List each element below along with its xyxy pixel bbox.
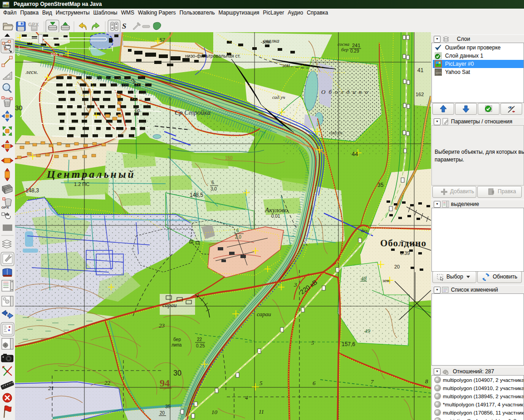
svg-text:551 m: 551 m bbox=[51, 52, 63, 57]
svg-text:S: S bbox=[122, 22, 126, 30]
svg-text:0: 0 bbox=[17, 52, 20, 57]
svg-text:WMS: WMS bbox=[436, 72, 442, 74]
